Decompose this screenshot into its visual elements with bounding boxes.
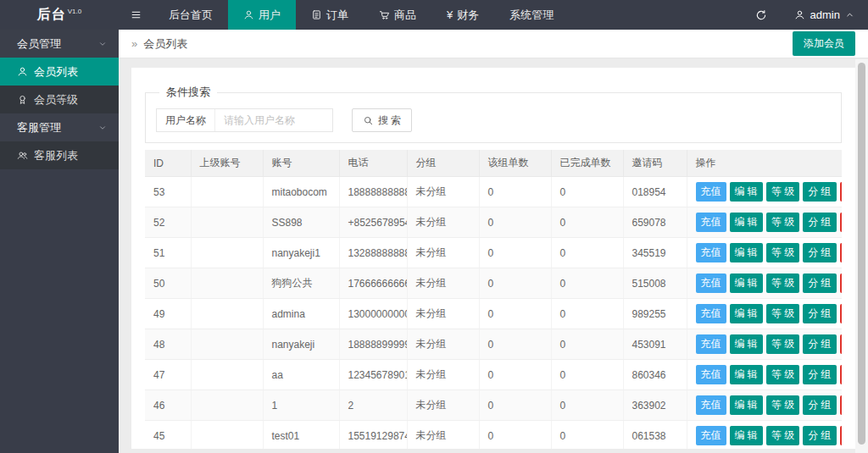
group-button[interactable]: 分 组: [803, 182, 836, 202]
vertical-scrollbar-thumb[interactable]: [858, 63, 865, 445]
edit-button[interactable]: 编 辑: [730, 273, 763, 293]
level-button[interactable]: 等 级: [766, 304, 799, 323]
edit-button[interactable]: 编 辑: [730, 304, 763, 323]
recharge-button[interactable]: 充值: [696, 426, 726, 445]
recharge-button[interactable]: 充值: [696, 365, 726, 384]
sidebar-group-会员管理[interactable]: 会员管理: [0, 30, 119, 58]
column-header-账号: 账号: [263, 150, 339, 177]
group-button[interactable]: 分 组: [803, 334, 836, 354]
disable-button[interactable]: 禁用: [840, 182, 842, 202]
cell-group-orders: 0: [479, 238, 551, 268]
table-row: 53mitaobocom18888888888未分组00018954充值编 辑等…: [145, 177, 842, 207]
sidebar-group-客服管理[interactable]: 客服管理: [0, 113, 119, 141]
cell-group: 未分组: [407, 329, 479, 360]
admin-menu[interactable]: admin: [781, 0, 868, 30]
navbar-right: admin: [742, 0, 868, 30]
table-row: 4612未分组00363902充值编 辑等 级分 组禁用: [145, 390, 842, 421]
recharge-button[interactable]: 充值: [696, 243, 726, 262]
yen-icon: ¥: [447, 8, 453, 21]
recharge-button[interactable]: 充值: [696, 182, 726, 202]
group-button[interactable]: 分 组: [803, 426, 836, 445]
cell-phone: 17666666666: [339, 268, 407, 299]
member-table-head: ID上级账号账号电话分组该组单数已完成单数邀请码操作: [145, 150, 842, 177]
row-actions: 充值编 辑等 级分 组禁用: [696, 243, 834, 262]
cell-phone: +8525678954: [339, 207, 407, 238]
edit-button[interactable]: 编 辑: [730, 426, 763, 445]
group-button[interactable]: 分 组: [803, 213, 836, 232]
disable-button[interactable]: 禁用: [840, 365, 842, 384]
disable-button[interactable]: 禁用: [840, 213, 842, 232]
user-icon: [17, 66, 28, 77]
cell-invite-code: 345519: [623, 238, 687, 268]
level-button[interactable]: 等 级: [766, 273, 799, 293]
disable-button[interactable]: 禁用: [840, 395, 842, 415]
disable-button[interactable]: 禁用: [840, 273, 842, 293]
level-button[interactable]: 等 级: [766, 365, 799, 384]
level-button[interactable]: 等 级: [766, 334, 799, 354]
column-header-ID: ID: [145, 150, 191, 177]
sidebar-item-会员等级[interactable]: 会员等级: [0, 86, 119, 113]
nav-item-用户[interactable]: 用户: [228, 0, 296, 30]
hamburger-icon[interactable]: [119, 0, 153, 30]
group-button[interactable]: 分 组: [803, 365, 836, 384]
recharge-button[interactable]: 充值: [696, 273, 726, 293]
recharge-button[interactable]: 充值: [696, 213, 726, 232]
vertical-scrollbar[interactable]: [855, 59, 868, 453]
cell-id: 45: [145, 421, 191, 450]
add-member-button[interactable]: 添加会员: [793, 31, 855, 56]
level-button[interactable]: 等 级: [766, 243, 799, 262]
nav-item-商品[interactable]: 商品: [364, 0, 431, 30]
group-button[interactable]: 分 组: [803, 273, 836, 293]
column-header-该组单数: 该组单数: [479, 150, 551, 177]
cell-completed-orders: 0: [551, 207, 623, 238]
cell-parent-account: [191, 299, 263, 329]
cell-phone: 15519129874: [339, 421, 407, 450]
disable-button[interactable]: 禁用: [840, 243, 842, 262]
cell-actions: 充值编 辑等 级分 组禁用: [687, 329, 842, 360]
edit-button[interactable]: 编 辑: [730, 365, 763, 384]
cell-id: 50: [145, 268, 191, 299]
search-row: 用户名称 搜 索: [156, 108, 831, 132]
nav-item-系统管理[interactable]: 系统管理: [494, 0, 569, 30]
level-button[interactable]: 等 级: [766, 213, 799, 232]
level-button[interactable]: 等 级: [766, 182, 799, 202]
sidebar-group-label: 客服管理: [17, 120, 61, 135]
edit-button[interactable]: 编 辑: [730, 395, 763, 415]
cell-phone: 12345678901: [339, 360, 407, 390]
edit-button[interactable]: 编 辑: [730, 334, 763, 354]
cell-phone: 18888888888: [339, 177, 407, 207]
recharge-button[interactable]: 充值: [696, 304, 726, 323]
nav-item-财务[interactable]: ¥财务: [431, 0, 494, 30]
edit-button[interactable]: 编 辑: [730, 243, 763, 262]
username-input[interactable]: [215, 109, 332, 131]
search-button-label: 搜 索: [378, 113, 401, 128]
recharge-button[interactable]: 充值: [696, 395, 726, 415]
refresh-button[interactable]: [742, 0, 781, 30]
sidebar-item-客服列表[interactable]: 客服列表: [0, 141, 119, 169]
disable-button[interactable]: 禁用: [840, 426, 842, 445]
disable-button[interactable]: 禁用: [840, 304, 842, 323]
edit-button[interactable]: 编 辑: [730, 182, 763, 202]
sidebar-item-会员列表[interactable]: 会员列表: [0, 58, 119, 86]
search-button[interactable]: 搜 索: [352, 108, 412, 132]
row-actions: 充值编 辑等 级分 组禁用: [696, 304, 834, 323]
user-icon: [243, 9, 254, 20]
group-button[interactable]: 分 组: [803, 395, 836, 415]
cell-invite-code: 515008: [623, 268, 687, 299]
cell-group: 未分组: [407, 238, 479, 268]
disable-button[interactable]: 禁用: [840, 334, 842, 354]
recharge-button[interactable]: 充值: [696, 334, 726, 354]
group-button[interactable]: 分 组: [803, 304, 836, 323]
nav-item-订单[interactable]: 订单: [296, 0, 364, 30]
cell-completed-orders: 0: [551, 329, 623, 360]
cell-account: 狗狗公共: [263, 268, 339, 299]
level-button[interactable]: 等 级: [766, 395, 799, 415]
cell-group: 未分组: [407, 421, 479, 450]
nav-item-后台首页[interactable]: 后台首页: [153, 0, 228, 30]
group-button[interactable]: 分 组: [803, 243, 836, 262]
edit-button[interactable]: 编 辑: [730, 213, 763, 232]
cell-group: 未分组: [407, 177, 479, 207]
level-button[interactable]: 等 级: [766, 426, 799, 445]
cell-invite-code: 018954: [623, 177, 687, 207]
cell-invite-code: 453091: [623, 329, 687, 360]
